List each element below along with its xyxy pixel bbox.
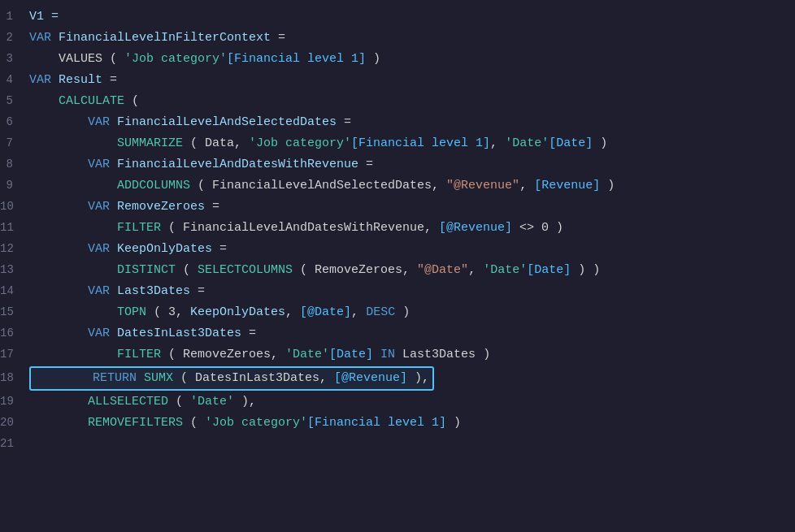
line-content: SUMMARIZE ( Data, 'Job category'[Financi… bbox=[26, 134, 795, 154]
line-number: 6 bbox=[0, 113, 26, 131]
code-line: 8 VAR FinancialLevelAndDatesWithRevenue … bbox=[0, 154, 795, 175]
line-number: 4 bbox=[0, 71, 26, 89]
line-content: ALLSELECTED ( 'Date' ), bbox=[26, 392, 795, 412]
code-line: 7 SUMMARIZE ( Data, 'Job category'[Finan… bbox=[0, 133, 795, 154]
line-number: 9 bbox=[0, 176, 26, 194]
line-number: 13 bbox=[0, 261, 26, 279]
line-content: VAR KeepOnlyDates = bbox=[26, 240, 795, 259]
line-content: VAR FinancialLevelInFilterContext = bbox=[26, 28, 795, 48]
line-number: 11 bbox=[0, 218, 26, 236]
code-line: 21 bbox=[0, 434, 795, 455]
line-number: 21 bbox=[0, 435, 26, 452]
code-line: 2VAR FinancialLevelInFilterContext = bbox=[0, 28, 795, 49]
line-number: 12 bbox=[0, 240, 26, 257]
code-line: 11 FILTER ( FinancialLevelAndDatesWithRe… bbox=[0, 218, 795, 239]
code-line: 17 FILTER ( RemoveZeroes, 'Date'[Date] I… bbox=[0, 344, 795, 365]
line-content: VAR Result = bbox=[26, 71, 795, 90]
code-line: 10 VAR RemoveZeroes = bbox=[0, 197, 795, 218]
line-number: 20 bbox=[0, 413, 26, 431]
code-line: 19 ALLSELECTED ( 'Date' ), bbox=[0, 391, 795, 413]
line-content: TOPN ( 3, KeepOnlyDates, [@Date], DESC ) bbox=[26, 303, 795, 322]
code-line: 20 REMOVEFILTERS ( 'Job category'[Financ… bbox=[0, 413, 795, 434]
line-content: RETURN SUMX ( DatesInLast3Dates, [@Reven… bbox=[26, 366, 795, 391]
line-number: 5 bbox=[0, 92, 26, 110]
code-line: 12 VAR KeepOnlyDates = bbox=[0, 239, 795, 260]
code-line: 13 DISTINCT ( SELECTCOLUMNS ( RemoveZero… bbox=[0, 260, 795, 281]
line-content: FILTER ( FinancialLevelAndDatesWithReven… bbox=[26, 218, 795, 238]
line-number: 10 bbox=[0, 197, 26, 215]
code-editor: 1V1 = 2VAR FinancialLevelInFilterContext… bbox=[0, 0, 795, 532]
line-number: 1 bbox=[0, 7, 26, 25]
line-number: 3 bbox=[0, 50, 26, 67]
line-content: FILTER ( RemoveZeroes, 'Date'[Date] IN L… bbox=[26, 345, 795, 365]
line-number: 15 bbox=[0, 303, 26, 321]
code-line: 14 VAR Last3Dates = bbox=[0, 281, 795, 302]
line-content: VAR Last3Dates = bbox=[26, 282, 795, 301]
line-content: DISTINCT ( SELECTCOLUMNS ( RemoveZeroes,… bbox=[26, 261, 795, 280]
code-line: 4VAR Result = bbox=[0, 70, 795, 91]
code-line: 5 CALCULATE ( bbox=[0, 91, 795, 112]
line-content: VAR DatesInLast3Dates = bbox=[26, 324, 795, 344]
line-content: REMOVEFILTERS ( 'Job category'[Financial… bbox=[26, 413, 795, 433]
line-number: 16 bbox=[0, 324, 26, 342]
code-line: 3 VALUES ( 'Job category'[Financial leve… bbox=[0, 49, 795, 70]
code-line: 16 VAR DatesInLast3Dates = bbox=[0, 323, 795, 344]
line-number: 18 bbox=[0, 369, 26, 387]
line-number: 14 bbox=[0, 282, 26, 300]
line-number: 17 bbox=[0, 345, 26, 363]
line-content: VALUES ( 'Job category'[Financial level … bbox=[26, 50, 795, 69]
code-line: 18 RETURN SUMX ( DatesInLast3Dates, [@Re… bbox=[0, 365, 795, 391]
line-number: 2 bbox=[0, 28, 26, 46]
line-content: CALCULATE ( bbox=[26, 92, 795, 111]
line-content: VAR RemoveZeroes = bbox=[26, 197, 795, 217]
line-content: V1 = bbox=[26, 7, 795, 27]
code-line: 1V1 = bbox=[0, 6, 795, 28]
line-number: 8 bbox=[0, 155, 26, 173]
code-line: 9 ADDCOLUMNS ( FinancialLevelAndSelected… bbox=[0, 175, 795, 197]
code-line: 15 TOPN ( 3, KeepOnlyDates, [@Date], DES… bbox=[0, 302, 795, 323]
line-number: 7 bbox=[0, 134, 26, 152]
line-number: 19 bbox=[0, 392, 26, 410]
line-content: VAR FinancialLevelAndSelectedDates = bbox=[26, 113, 795, 132]
code-line: 6 VAR FinancialLevelAndSelectedDates = bbox=[0, 112, 795, 133]
line-content: ADDCOLUMNS ( FinancialLevelAndSelectedDa… bbox=[26, 176, 795, 196]
line-content: VAR FinancialLevelAndDatesWithRevenue = bbox=[26, 155, 795, 175]
